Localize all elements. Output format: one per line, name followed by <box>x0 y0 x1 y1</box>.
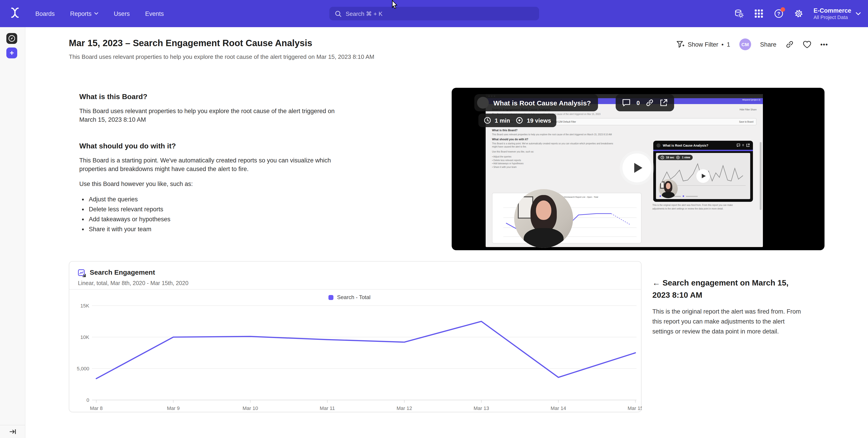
page-title: Mar 15, 2023 – Search Engagement Root Ca… <box>69 38 312 48</box>
video-duration: 1 min <box>495 117 510 124</box>
add-board-button[interactable]: + <box>6 47 17 58</box>
list-item: Adjust the queries <box>89 195 359 204</box>
presenter-avatar <box>477 97 489 109</box>
intro-paragraph-3: Use this Board however you like, such as… <box>79 180 359 188</box>
svg-text:15K: 15K <box>81 303 89 309</box>
nav-item-reports[interactable]: Reports <box>70 10 98 17</box>
list-item: Delete less relevant reports <box>89 204 359 214</box>
line-chart[interactable]: 05,00010K15KMar 8Mar 9Mar 10Mar 11Mar 12… <box>69 290 642 412</box>
help-icon[interactable]: ? <box>774 9 783 19</box>
mixpanel-logo-icon[interactable] <box>9 7 23 20</box>
data-management-icon[interactable] <box>734 9 744 19</box>
discover-compass-button[interactable] <box>6 33 17 44</box>
report-subtitle: Linear, total, Mar 8th, 2020 - Mar 15th,… <box>78 280 188 287</box>
video-meta-overlay: 1 min 19 views <box>478 113 557 127</box>
presenter-webcam <box>659 179 678 198</box>
favorite-button[interactable] <box>803 40 811 48</box>
video-title-overlay: What is Root Cause Analysis? <box>474 94 598 111</box>
line-chart-icon <box>78 269 86 277</box>
intro-heading-1: What is this Board? <box>79 93 359 101</box>
filter-count-sep: • <box>721 41 723 48</box>
mini-scrollbar[interactable] <box>760 142 762 210</box>
intro-bullet-list: Adjust the queries Delete less relevant … <box>89 195 359 234</box>
project-switcher[interactable]: E-Commerce All Project Data <box>813 7 861 20</box>
mouse-cursor <box>392 0 399 10</box>
svg-text:5,000: 5,000 <box>77 366 89 371</box>
ellipsis-icon: ••• <box>820 41 828 48</box>
video-player[interactable]: Mixpanel (project 3) Search Engagement R… <box>452 88 825 250</box>
alert-sidenote: ← Search engagement on March 15, 2023 8:… <box>652 277 803 337</box>
mini-project-label: Mixpanel (project 3) <box>742 99 760 101</box>
chevron-down-icon <box>94 12 98 15</box>
link-icon <box>785 40 794 48</box>
settings-gear-icon[interactable] <box>794 9 803 19</box>
play-button[interactable] <box>622 154 651 182</box>
nested-play-button[interactable] <box>696 169 710 183</box>
nested-comment-count: 0 <box>742 144 744 146</box>
search-icon <box>335 10 342 17</box>
report-card-header: Search Engagement Linear, total, Mar 8th… <box>69 262 641 290</box>
intro-paragraph-2: This Board is a starting point. We've au… <box>79 156 359 173</box>
video-title: What is Root Cause Analysis? <box>493 99 591 107</box>
views-eye-icon <box>516 117 523 124</box>
apps-grid-icon[interactable] <box>754 9 764 19</box>
report-card-search-engagement[interactable]: Search Engagement Linear, total, Mar 8th… <box>69 261 642 412</box>
presenter-avatar <box>656 143 660 147</box>
report-title: Search Engagement <box>90 268 155 276</box>
svg-text:Mar 10: Mar 10 <box>243 405 258 411</box>
share-button[interactable]: Share <box>760 41 776 48</box>
svg-text:Mar 11: Mar 11 <box>320 405 335 411</box>
nested-video-meta: 18 sec 1 view <box>658 155 693 160</box>
nested-duration: 18 sec <box>666 156 674 159</box>
nested-view-count: 1 view <box>682 156 690 159</box>
video-view-count: 19 views <box>527 117 551 124</box>
nested-video-screen: 18 sec 1 view <box>656 153 750 199</box>
expand-sidebar-button[interactable] <box>0 425 25 438</box>
more-options-button[interactable]: ••• <box>820 41 828 48</box>
chevron-down-icon <box>856 12 861 15</box>
nav-links: Boards Reports Users Events <box>35 0 164 27</box>
views-eye-icon <box>676 156 680 159</box>
svg-text:Mar 14: Mar 14 <box>551 405 566 411</box>
mini-intro-text: What is this Board? This Board uses rele… <box>492 129 613 169</box>
intro-heading-2: What should you do with it? <box>79 142 359 150</box>
app-window: Boards Reports Users Events Search ⌘ + K… <box>0 0 868 438</box>
nav-item-boards[interactable]: Boards <box>35 10 55 17</box>
svg-text:Mar 12: Mar 12 <box>397 405 412 411</box>
filter-count: 1 <box>727 41 730 48</box>
avatar[interactable]: CM <box>739 38 751 50</box>
open-external-icon[interactable] <box>660 99 668 107</box>
video-action-overlay: 0 <box>616 94 674 111</box>
mini-board-actions: Hide Filter Share <box>740 108 756 111</box>
board-actions: Show Filter • 1 CM Share ••• <box>676 38 828 50</box>
board-intro-text: What is this Board? This Board uses rele… <box>79 93 359 234</box>
svg-text:Mar 9: Mar 9 <box>167 405 180 411</box>
svg-text:Mar 8: Mar 8 <box>90 405 103 411</box>
project-name: E-Commerce <box>813 7 851 14</box>
copy-link-button[interactable] <box>785 40 794 48</box>
clock-icon <box>660 156 664 159</box>
show-filter-label: Show Filter <box>688 41 718 48</box>
left-sidebar: + <box>0 27 25 438</box>
list-item: Share it with your team <box>89 225 359 234</box>
link-icon[interactable] <box>646 99 654 107</box>
nav-right: ? E-Commerce All Project Data <box>734 0 861 27</box>
plus-icon: + <box>10 49 14 57</box>
svg-text:0: 0 <box>87 397 89 403</box>
svg-text:Mar 15: Mar 15 <box>628 405 642 411</box>
nav-item-users[interactable]: Users <box>114 10 130 17</box>
page-subtitle: This Board uses relevant properties to h… <box>69 54 374 60</box>
filter-funnel-icon <box>676 40 684 48</box>
nested-video-title: What is Root Cause Analysis? <box>663 144 734 147</box>
presenter-webcam <box>514 189 573 248</box>
compass-icon <box>8 35 16 42</box>
svg-text:?: ? <box>777 11 780 16</box>
nav-item-events[interactable]: Events <box>145 10 164 17</box>
comment-icon[interactable] <box>622 99 630 107</box>
show-filter-button[interactable]: Show Filter • 1 <box>676 40 730 48</box>
search-input[interactable]: Search ⌘ + K <box>329 7 539 20</box>
sidenote-title: ← Search engagement on March 15, 2023 8:… <box>652 277 803 301</box>
notification-dot <box>780 7 785 12</box>
comment-icon <box>736 143 740 147</box>
list-item: Add takeaways or hypotheses <box>89 214 359 225</box>
